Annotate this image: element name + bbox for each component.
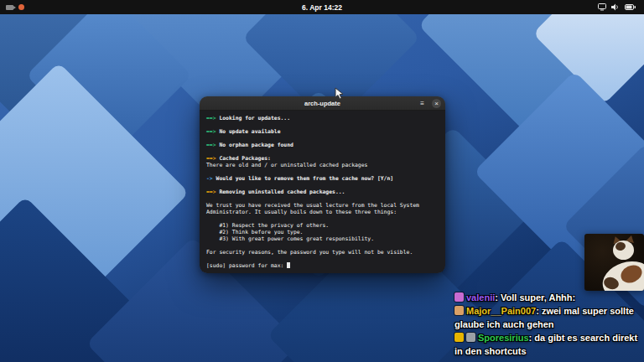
battery-icon <box>625 4 636 10</box>
chat-message: valenii: Voll super, Ahhh: <box>454 291 644 304</box>
chat-text: Voll super, Ahhh: <box>501 292 575 303</box>
terminal-headerbar[interactable]: arch-update ≡ × <box>200 96 445 111</box>
terminal-line <box>206 242 439 249</box>
terminal-line <box>206 148 439 155</box>
subscriber-badge <box>466 333 475 342</box>
terminal-line <box>206 182 439 189</box>
quick-settings-button[interactable] <box>595 0 639 14</box>
terminal-line <box>206 122 439 128</box>
terminal-line: ==> Looking for updates... <box>206 115 439 122</box>
subscriber-badge <box>454 306 464 315</box>
terminal-line: ==> Cached Packages: <box>206 155 439 162</box>
terminal-line: #2) Think before you type. <box>206 229 439 235</box>
terminal-line <box>206 256 439 262</box>
terminal-line: [sudo] password for max: <box>206 262 439 269</box>
top-bar: 6. Apr 14:22 <box>0 0 644 14</box>
chat-username[interactable]: valenii <box>466 292 495 303</box>
terminal-cursor <box>287 262 290 268</box>
terminal-line <box>206 168 439 175</box>
subscriber-badge <box>454 292 464 302</box>
terminal-line: We trust you have received the usual lec… <box>206 202 439 209</box>
moderator-badge <box>454 333 464 342</box>
terminal-window: arch-update ≡ × ==> Looking for updates.… <box>200 96 445 273</box>
terminal-line <box>206 215 439 222</box>
desktop: 6. Apr 14:22 arch-update ≡ × ==> Looking… <box>0 0 644 362</box>
terminal-line <box>206 135 439 142</box>
terminal-line: #3) With great power comes great respons… <box>206 235 439 242</box>
terminal-output[interactable]: ==> Looking for updates... ==> No update… <box>200 111 445 273</box>
menu-button[interactable]: ≡ <box>418 99 427 108</box>
chat-username[interactable]: Major__Pain007 <box>466 306 536 316</box>
status-indicators <box>6 0 24 14</box>
close-button[interactable]: × <box>432 99 441 108</box>
chat-message: Major__Pain007: zwei mal super sollte gl… <box>454 304 644 331</box>
mouse-cursor <box>335 87 345 100</box>
terminal-line: For security reasons, the password you t… <box>206 249 439 256</box>
clock-button[interactable]: 6. Apr 14:22 <box>295 0 349 14</box>
webcam-overlay <box>584 234 644 291</box>
camera-indicator-icon <box>6 5 13 10</box>
terminal-line: ==> No orphan package found <box>206 142 439 148</box>
terminal-line: #1) Respect the privacy of others. <box>206 222 439 229</box>
chat-username[interactable]: Sporesirius <box>478 333 529 343</box>
terminal-line: -> Would you like to remove them from th… <box>206 175 439 182</box>
volume-icon <box>611 3 620 11</box>
screencast-icon <box>598 3 606 11</box>
terminal-line: ==> Removing uninstalled cached packages… <box>206 189 439 195</box>
terminal-line: Administrator. It usually boils down to … <box>206 209 439 215</box>
chat-overlay: valenii: Voll super, Ahhh:Major__Pain007… <box>454 291 644 358</box>
chat-colon: : <box>536 306 542 316</box>
screen-record-indicator-icon <box>18 4 24 10</box>
chat-message: Sporesirius: da gibt es search direkt in… <box>454 331 644 358</box>
chat-colon: : <box>495 292 501 303</box>
terminal-line <box>206 195 439 202</box>
terminal-line: There are old and / or uninstalled cache… <box>206 162 439 168</box>
terminal-title: arch-update <box>200 100 445 107</box>
terminal-line: ==> No update available <box>206 128 439 135</box>
